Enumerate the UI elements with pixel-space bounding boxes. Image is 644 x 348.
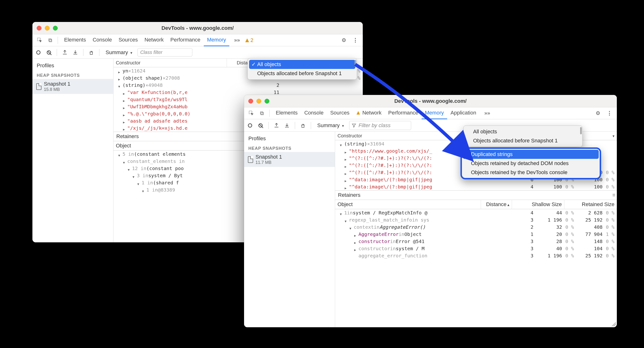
table-row[interactable]: "^data:image\/(?:bmp|gif|jpeg41000 %1000… bbox=[335, 183, 617, 190]
clear-icon[interactable] bbox=[45, 49, 52, 56]
filter-option-before-snapshot[interactable]: Objects allocated before Snapshot 1 bbox=[249, 69, 355, 78]
inspect-icon[interactable] bbox=[247, 109, 256, 118]
cell: 148 bbox=[576, 238, 602, 244]
table-row[interactable]: constructor in system / M3400 %1040 % bbox=[335, 245, 617, 252]
chevron-right-icon[interactable] bbox=[344, 171, 348, 174]
download-icon[interactable] bbox=[284, 122, 290, 129]
record-icon[interactable] bbox=[246, 122, 254, 129]
chevron-right-icon[interactable] bbox=[354, 247, 357, 250]
ret-col-object[interactable]: Object bbox=[335, 200, 481, 209]
gc-icon[interactable] bbox=[299, 122, 306, 129]
close-icon[interactable] bbox=[37, 26, 42, 31]
tabs-overflow[interactable]: » bbox=[231, 35, 243, 45]
view-select[interactable]: Summary bbox=[315, 121, 346, 130]
ret-col-retained[interactable]: Retained Size bbox=[564, 200, 617, 209]
tab-performance[interactable]: Performance bbox=[167, 35, 204, 46]
cell: 408 bbox=[576, 224, 602, 230]
chevron-right-icon[interactable] bbox=[354, 233, 357, 236]
resize-grip-icon[interactable] bbox=[612, 322, 616, 326]
chevron-down-icon[interactable] bbox=[122, 160, 126, 163]
col-chevron-icon[interactable] bbox=[611, 133, 614, 138]
col-constructor[interactable]: Constructor bbox=[114, 59, 227, 67]
retainers-menu-icon[interactable]: ≡ bbox=[612, 192, 616, 198]
chevron-down-icon[interactable] bbox=[349, 225, 352, 229]
table-row[interactable]: AggregateError in Object1200 %77 9041 % bbox=[335, 231, 617, 238]
chevron-down-icon[interactable] bbox=[344, 218, 348, 222]
download-icon[interactable] bbox=[72, 49, 79, 56]
table-row[interactable]: constructor in Error @5413280 %1480 % bbox=[335, 238, 617, 245]
device-toggle-icon[interactable] bbox=[258, 109, 266, 118]
table-row[interactable]: (string) ×490482 bbox=[114, 82, 363, 89]
cell: 100 bbox=[536, 184, 562, 190]
chevron-right-icon[interactable] bbox=[122, 105, 126, 108]
view-select[interactable]: Summary bbox=[104, 49, 134, 57]
zoom-icon[interactable] bbox=[53, 26, 58, 31]
cell: 2 bbox=[251, 82, 282, 88]
tab-network[interactable]: Network bbox=[141, 35, 167, 46]
settings-icon[interactable] bbox=[594, 109, 602, 118]
record-icon[interactable] bbox=[35, 49, 42, 56]
cell: 4 bbox=[505, 184, 536, 190]
chevron-down-icon[interactable] bbox=[340, 211, 343, 214]
snapshot-item[interactable]: Snapshot 1 15.8 MB bbox=[32, 79, 113, 94]
tab-elements[interactable]: Elements bbox=[61, 35, 90, 46]
cell: 25 192 bbox=[576, 217, 602, 223]
minimize-icon[interactable] bbox=[45, 26, 50, 31]
filter-option-devtools-console[interactable]: Objects retained by the DevTools console bbox=[463, 168, 599, 177]
window-title: DevTools - www.google.com/ bbox=[32, 25, 363, 31]
chevron-right-icon[interactable] bbox=[344, 178, 348, 181]
device-toggle-icon[interactable] bbox=[46, 36, 55, 45]
more-icon[interactable] bbox=[351, 36, 360, 45]
cell: 25 192 bbox=[576, 253, 602, 258]
table-row[interactable]: context in AggregateError()2320 %4080 % bbox=[335, 223, 617, 231]
close-icon[interactable] bbox=[248, 99, 253, 104]
tab-console[interactable]: Console bbox=[301, 108, 327, 119]
settings-icon[interactable] bbox=[340, 36, 348, 45]
ret-col-distance[interactable]: Distance bbox=[481, 200, 512, 209]
ret-col-shallow[interactable]: Shallow Size bbox=[512, 200, 564, 209]
minimize-icon[interactable] bbox=[256, 99, 261, 104]
more-icon[interactable] bbox=[605, 109, 614, 118]
chevron-right-icon[interactable] bbox=[118, 76, 121, 80]
warnings-badge[interactable]: 2 bbox=[245, 37, 253, 44]
zoom-icon[interactable] bbox=[264, 99, 269, 104]
inspect-icon[interactable] bbox=[35, 36, 44, 45]
cell: 4 bbox=[505, 210, 536, 216]
chevron-right-icon[interactable] bbox=[122, 126, 126, 130]
chevron-down-icon[interactable] bbox=[142, 188, 145, 192]
table-row[interactable]: aggregate_error_function31 1960 %25 1920… bbox=[335, 252, 617, 259]
chevron-down-icon[interactable] bbox=[132, 174, 136, 177]
tab-console[interactable]: Console bbox=[90, 35, 115, 46]
chevron-right-icon[interactable] bbox=[122, 119, 126, 123]
profiles-heading: Profiles bbox=[244, 134, 335, 144]
chevron-right-icon[interactable] bbox=[344, 156, 348, 160]
chevron-right-icon[interactable] bbox=[344, 149, 348, 153]
chevron-down-icon[interactable] bbox=[127, 167, 130, 170]
chevron-down-icon[interactable] bbox=[340, 142, 343, 146]
chevron-down-icon[interactable] bbox=[137, 181, 140, 184]
chevron-right-icon[interactable] bbox=[118, 69, 121, 73]
tab-memory[interactable]: Memory bbox=[204, 35, 229, 46]
chevron-down-icon[interactable] bbox=[118, 84, 121, 87]
upload-icon[interactable] bbox=[273, 122, 280, 129]
tab-elements[interactable]: Elements bbox=[272, 108, 301, 119]
class-filter-input[interactable]: Class filter bbox=[138, 48, 192, 57]
filter-option-all[interactable]: All objects bbox=[249, 60, 355, 69]
clear-icon[interactable] bbox=[257, 122, 264, 129]
chevron-right-icon[interactable] bbox=[122, 112, 126, 115]
filter-dropdown[interactable]: All objects Objects allocated before Sna… bbox=[248, 58, 357, 80]
chevron-down-icon[interactable] bbox=[118, 152, 121, 156]
table-row[interactable]: 1 in system / RegExpMatchInfo @4440 %2 6… bbox=[335, 209, 617, 216]
tab-sources[interactable]: Sources bbox=[115, 35, 141, 46]
chevron-right-icon[interactable] bbox=[344, 185, 348, 188]
table-row[interactable]: regexp_last_match_info in sys31 1960 %25… bbox=[335, 216, 617, 223]
chevron-right-icon[interactable] bbox=[354, 240, 357, 243]
scrollbar-thumb[interactable] bbox=[580, 127, 582, 134]
snapshot-item[interactable]: Snapshot 1 11.7 MB bbox=[244, 152, 335, 167]
chevron-right-icon[interactable] bbox=[122, 91, 126, 94]
tab-sources[interactable]: Sources bbox=[327, 108, 353, 119]
gc-icon[interactable] bbox=[88, 49, 95, 56]
chevron-right-icon[interactable] bbox=[122, 98, 126, 101]
chevron-right-icon[interactable] bbox=[344, 164, 348, 167]
upload-icon[interactable] bbox=[61, 49, 68, 56]
